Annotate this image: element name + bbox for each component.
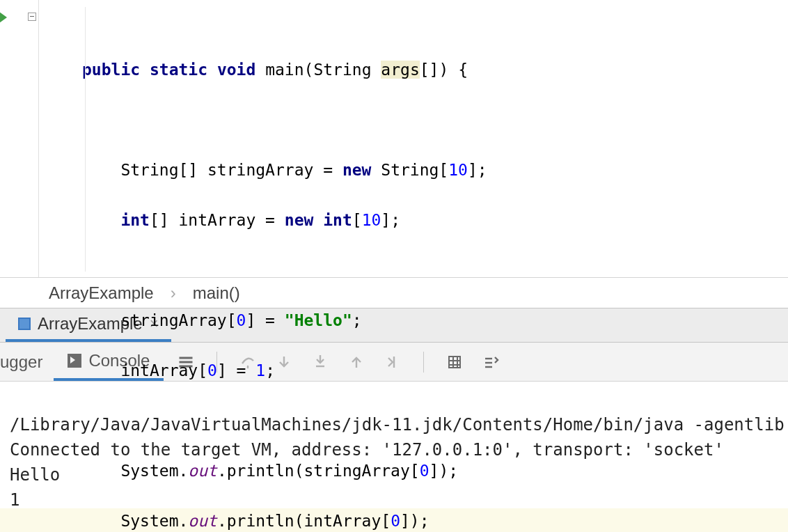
application-icon bbox=[18, 318, 31, 330]
code-line: public static void main(String args[]) { bbox=[82, 57, 788, 82]
code-line bbox=[82, 408, 788, 433]
code-line-current: System.out.println(intArray[0]); bbox=[0, 508, 788, 532]
code-line: stringArray[0] = "Hello"; bbox=[82, 308, 788, 333]
code-line bbox=[82, 107, 788, 132]
console-icon bbox=[68, 354, 81, 368]
console-line: Hello bbox=[10, 465, 60, 485]
code-text[interactable]: public static void main(String args[]) {… bbox=[39, 0, 788, 277]
code-editor[interactable]: public static void main(String args[]) {… bbox=[0, 0, 788, 277]
code-line: int[] intArray = new int[10]; bbox=[82, 208, 788, 233]
code-line: String[] stringArray = new String[10]; bbox=[82, 157, 788, 182]
fold-handle-icon[interactable] bbox=[28, 13, 36, 21]
indent-guide bbox=[85, 7, 86, 272]
code-line: System.out.println(stringArray[0]); bbox=[82, 458, 788, 483]
tab-debugger[interactable]: ugger bbox=[0, 343, 54, 381]
code-line bbox=[82, 258, 788, 283]
console-line: 1 bbox=[10, 490, 19, 510]
run-gutter-icon[interactable] bbox=[0, 10, 7, 24]
code-line: intArray[0] = 1; bbox=[82, 358, 788, 383]
editor-gutter[interactable] bbox=[0, 0, 39, 277]
